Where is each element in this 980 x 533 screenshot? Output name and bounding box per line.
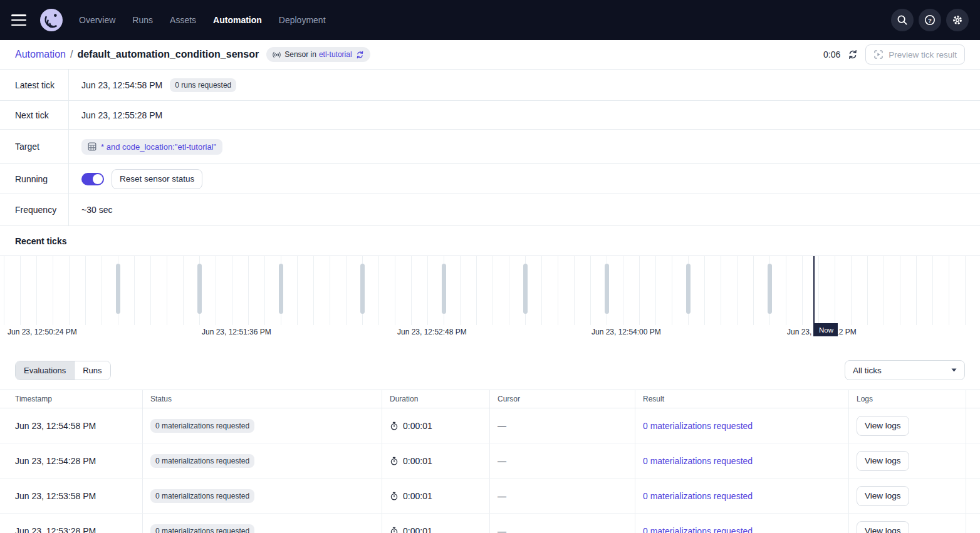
timeline-gridline bbox=[737, 256, 738, 325]
target-label: Target bbox=[0, 130, 69, 163]
timeline-gridline bbox=[655, 256, 656, 325]
nav-item-assets[interactable]: Assets bbox=[170, 15, 196, 25]
timeline-gridline bbox=[867, 256, 868, 325]
preview-tick-result-button[interactable]: Preview tick result bbox=[865, 44, 965, 65]
timeline-axis-label: Jun 23, 12:54:00 PM bbox=[592, 326, 662, 338]
view-logs-button[interactable]: View logs bbox=[857, 521, 909, 533]
tick-bar[interactable] bbox=[442, 264, 446, 314]
timeline-axis-label: Jun 23, 12:50:24 PM bbox=[8, 326, 78, 338]
timeline-gridline bbox=[835, 256, 835, 325]
tick-filter-dropdown[interactable]: All ticks bbox=[845, 360, 965, 380]
timeline-gridline bbox=[672, 256, 672, 325]
page-title: default_automation_condition_sensor bbox=[77, 49, 259, 60]
evaluation-cursor: — bbox=[498, 491, 506, 501]
timeline-gridline bbox=[818, 256, 819, 325]
target-selection-text: * and code_location:"etl-tutorial" bbox=[101, 142, 216, 152]
nav-item-deployment[interactable]: Deployment bbox=[279, 15, 326, 25]
frequency-value: ~30 sec bbox=[81, 205, 112, 215]
frequency-row: Frequency ~30 sec bbox=[0, 194, 980, 226]
top-nav: OverviewRunsAssetsAutomationDeployment ? bbox=[0, 0, 980, 40]
tick-bar[interactable] bbox=[197, 264, 202, 314]
target-selection-chip[interactable]: * and code_location:"etl-tutorial" bbox=[81, 139, 222, 155]
result-link[interactable]: 0 materializations requested bbox=[643, 491, 753, 501]
evaluation-cursor: — bbox=[498, 421, 506, 431]
running-label: Running bbox=[0, 164, 69, 194]
running-toggle[interactable] bbox=[81, 173, 104, 185]
timeline-gridline bbox=[541, 256, 542, 325]
column-header-filler bbox=[966, 390, 980, 408]
menu-icon[interactable] bbox=[11, 14, 26, 26]
latest-tick-row: Latest tick Jun 23, 12:54:58 PM 0 runs r… bbox=[0, 70, 980, 101]
column-header-timestamp: Timestamp bbox=[0, 390, 143, 408]
timeline-gridline bbox=[509, 256, 509, 325]
evaluation-cursor: — bbox=[498, 456, 506, 466]
view-segmented-control: Evaluations Runs bbox=[15, 361, 111, 380]
timeline-gridline bbox=[53, 256, 53, 325]
tick-bar[interactable] bbox=[279, 264, 283, 314]
tick-bar[interactable] bbox=[523, 264, 528, 314]
result-link[interactable]: 0 materializations requested bbox=[643, 526, 753, 533]
timeline-gridline bbox=[85, 256, 86, 325]
sensor-location-badge: Sensor in etl-tutorial bbox=[266, 47, 370, 62]
reset-sensor-status-button[interactable]: Reset sensor status bbox=[112, 169, 202, 189]
result-link[interactable]: 0 materializations requested bbox=[643, 456, 753, 466]
nav-item-runs[interactable]: Runs bbox=[132, 15, 153, 25]
recent-ticks-timeline: Jun 23, 12:50:24 PMJun 23, 12:51:36 PMJu… bbox=[0, 256, 980, 351]
timeline-gridline bbox=[427, 256, 428, 325]
sensor-icon bbox=[273, 51, 281, 58]
help-icon[interactable]: ? bbox=[919, 9, 941, 31]
tick-bar[interactable] bbox=[605, 264, 609, 314]
evaluation-row: Jun 23, 12:54:28 PM0 materializations re… bbox=[0, 443, 980, 479]
evaluation-duration: 0:00:01 bbox=[390, 491, 432, 501]
tick-bar[interactable] bbox=[768, 264, 772, 314]
column-header-status: Status bbox=[143, 390, 382, 408]
tick-bar[interactable] bbox=[360, 264, 365, 314]
badge-refresh-icon[interactable] bbox=[356, 51, 364, 59]
timeline-gridline bbox=[346, 256, 347, 325]
tick-filter-value: All ticks bbox=[853, 366, 882, 375]
stopwatch-icon bbox=[390, 457, 399, 465]
table-header-row: TimestampStatusDurationCursorResultLogs bbox=[0, 390, 980, 408]
view-logs-button[interactable]: View logs bbox=[857, 486, 909, 506]
timeline-axis-label: Jun 23, 12:52:48 PM bbox=[397, 326, 467, 338]
breadcrumb-automation-link[interactable]: Automation bbox=[15, 49, 66, 60]
search-icon[interactable] bbox=[891, 9, 914, 31]
refresh-icon[interactable] bbox=[848, 49, 858, 60]
timeline-gridline bbox=[102, 256, 102, 325]
timeline-gridline bbox=[949, 256, 949, 325]
refresh-countdown: 0:06 bbox=[823, 49, 840, 60]
tick-bar[interactable] bbox=[686, 264, 691, 314]
tab-runs[interactable]: Runs bbox=[74, 361, 110, 380]
result-link[interactable]: 0 materializations requested bbox=[643, 421, 753, 431]
next-tick-row: Next tick Jun 23, 12:55:28 PM bbox=[0, 101, 980, 130]
view-logs-button[interactable]: View logs bbox=[857, 416, 909, 436]
timeline-gridline bbox=[590, 256, 591, 325]
evaluation-row: Jun 23, 12:53:58 PM0 materializations re… bbox=[0, 479, 980, 514]
recent-ticks-heading: Recent ticks bbox=[0, 226, 980, 256]
timeline-gridline bbox=[558, 256, 558, 325]
duration-value: 0:00:01 bbox=[403, 421, 432, 431]
timeline-gridline bbox=[183, 256, 184, 325]
timeline-gridline bbox=[4, 256, 4, 325]
tick-bar[interactable] bbox=[116, 264, 120, 314]
timeline-axis-label: Jun 23, 12:51:36 PM bbox=[202, 326, 272, 338]
nav-item-overview[interactable]: Overview bbox=[79, 15, 115, 25]
code-location-link[interactable]: etl-tutorial bbox=[319, 50, 352, 59]
timeline-gridline bbox=[330, 256, 330, 325]
settings-gear-icon[interactable] bbox=[946, 9, 969, 31]
timeline-gridline bbox=[232, 256, 232, 325]
timeline-gridline bbox=[802, 256, 803, 325]
timeline-gridline bbox=[916, 256, 917, 325]
asset-table-icon bbox=[88, 142, 96, 151]
breadcrumb: Automation/default_automation_condition_… bbox=[15, 49, 259, 60]
now-badge: Now bbox=[815, 323, 838, 336]
evaluation-timestamp: Jun 23, 12:54:28 PM bbox=[15, 456, 96, 466]
row-filler bbox=[966, 408, 980, 443]
view-logs-button[interactable]: View logs bbox=[857, 451, 909, 471]
preview-button-label: Preview tick result bbox=[889, 50, 957, 60]
dagster-logo-icon[interactable] bbox=[40, 9, 63, 31]
nav-item-automation[interactable]: Automation bbox=[213, 15, 262, 25]
stopwatch-icon bbox=[390, 492, 399, 500]
target-row: Target * and code_location:"etl-tutorial… bbox=[0, 130, 980, 164]
tab-evaluations[interactable]: Evaluations bbox=[16, 361, 74, 380]
